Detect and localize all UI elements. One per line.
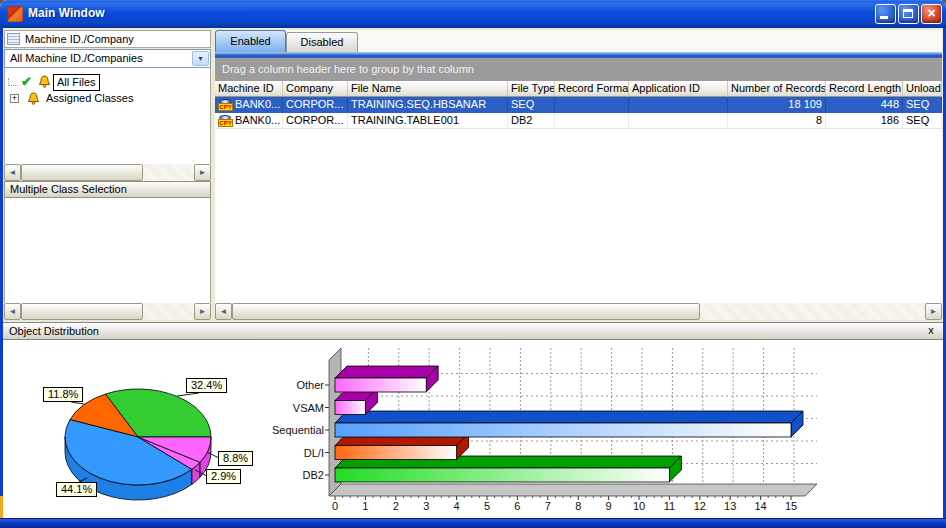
axis-tick-label: 9: [606, 500, 612, 512]
main-window: Main Window × Machine ID./Company All Ma…: [0, 0, 946, 528]
object-distribution-title: Object Distribution: [9, 323, 99, 339]
arrow-right-icon: ►: [930, 307, 938, 316]
minimize-button[interactable]: [875, 4, 896, 24]
bar-top-sequential: [335, 411, 803, 423]
maximize-button[interactable]: [898, 4, 919, 24]
column-header-unload-i[interactable]: Unload I: [903, 81, 942, 97]
chart-floor: [329, 484, 817, 496]
window-border-accent: [0, 496, 3, 518]
cell-file-name: TRAINING.TABLE001: [348, 113, 508, 129]
check-icon: ✔: [21, 74, 32, 89]
dropdown-button[interactable]: ▼: [192, 51, 209, 66]
bell-icon: [27, 92, 40, 106]
scroll-left-button[interactable]: ◄: [215, 303, 232, 320]
column-header-file-type[interactable]: File Type: [508, 81, 555, 97]
column-header-company[interactable]: Company: [283, 81, 348, 97]
chevron-down-icon: ▼: [197, 55, 204, 62]
tab-disabled[interactable]: Disabled: [286, 32, 358, 52]
cell-record-format: [555, 97, 629, 113]
bar-vsam: [335, 401, 365, 415]
group-by-hint[interactable]: Drag a column header here to group by th…: [215, 58, 942, 81]
cell-application-id: [629, 113, 728, 129]
axis-tick-label: 10: [633, 500, 645, 512]
files-grid-panel: Enabled Disabled Drag a column header he…: [215, 30, 942, 320]
axis-tick-label: 0: [332, 500, 338, 512]
table-row[interactable]: CPYBANK0...CORPOR...TRAINING.TABLE001DB2…: [215, 113, 942, 129]
scroll-right-button[interactable]: ►: [194, 303, 211, 320]
scroll-left-button[interactable]: ◄: [4, 164, 21, 181]
pie-callout-line: [177, 393, 199, 396]
scroll-thumb[interactable]: [232, 303, 700, 320]
copybook-file-icon: CPY: [218, 115, 233, 127]
bar-sequential: [335, 423, 791, 437]
class-selection-list[interactable]: [4, 198, 211, 303]
cell-record-format: [555, 113, 629, 129]
class-list-horizontal-scrollbar[interactable]: ◄ ►: [4, 303, 211, 320]
tree-item-label[interactable]: All Files: [53, 74, 100, 91]
tree-item-label[interactable]: Assigned Classes: [43, 91, 136, 106]
panel-close-button[interactable]: x: [923, 323, 939, 339]
column-header-record-length[interactable]: Record Length: [826, 81, 903, 97]
tab-enabled[interactable]: Enabled: [215, 30, 286, 52]
copybook-file-icon: CPY: [218, 99, 233, 111]
category-label-dl-i: DL/I: [304, 447, 324, 459]
axis-tick-label: 2: [393, 500, 399, 512]
axis-tick-label: 1: [362, 500, 368, 512]
category-label-db2: DB2: [303, 469, 324, 481]
axis-tick-label: 11: [664, 500, 675, 512]
minimize-icon: [880, 16, 888, 19]
column-header-number-of-records[interactable]: Number of Records: [728, 81, 826, 97]
cell-record-length: 448: [826, 97, 903, 113]
pie-label-dli: 11.8%: [43, 387, 83, 402]
close-button[interactable]: ×: [921, 4, 942, 24]
tree-horizontal-scrollbar[interactable]: ◄ ►: [4, 164, 211, 181]
scroll-thumb[interactable]: [21, 303, 143, 320]
tab-bar: Enabled Disabled: [215, 30, 942, 52]
arrow-right-icon: ►: [199, 168, 207, 177]
grid-rows: CPYBANK0...CORPOR...TRAINING.SEQ.HBSANAR…: [215, 97, 942, 129]
table-row[interactable]: CPYBANK0...CORPOR...TRAINING.SEQ.HBSANAR…: [215, 97, 942, 113]
column-header-record-format[interactable]: Record Format: [555, 81, 629, 97]
grid-horizontal-scrollbar[interactable]: ◄ ►: [215, 303, 942, 320]
machine-panel-header[interactable]: Machine ID./Company: [4, 30, 211, 48]
axis-tick-label: 14: [754, 500, 766, 512]
file-tree: ✔ All Files + Assigned Classes: [4, 68, 211, 164]
bar-db2: [335, 468, 669, 482]
machine-panel: Machine ID./Company All Machine ID./Comp…: [4, 30, 211, 320]
arrow-right-icon: ►: [199, 307, 207, 316]
column-header-machine-id[interactable]: Machine ID: [215, 81, 283, 97]
charts-canvas: DB2DL/ISequentialVSAMOther01234567891011…: [3, 340, 943, 518]
category-label-vsam: VSAM: [293, 402, 324, 414]
arrow-left-icon: ◄: [9, 168, 17, 177]
scroll-right-button[interactable]: ►: [925, 303, 942, 320]
scroll-left-button[interactable]: ◄: [4, 303, 21, 320]
tree-item-all-files[interactable]: ✔ All Files: [5, 74, 210, 91]
pie-callout-line: [71, 402, 84, 404]
expand-icon[interactable]: +: [10, 94, 19, 103]
cell-machine-id: CPYBANK0...: [215, 113, 283, 129]
category-label-sequential: Sequential: [272, 424, 324, 436]
bar-other: [335, 378, 426, 392]
tree-item-assigned-classes[interactable]: + Assigned Classes: [5, 91, 210, 108]
cell-company: CORPOR...: [283, 97, 348, 113]
app-icon: [7, 6, 23, 22]
bell-icon: [38, 75, 51, 89]
scroll-right-button[interactable]: ►: [194, 164, 211, 181]
machine-filter-dropdown[interactable]: All Machine ID./Companies ▼: [4, 49, 211, 68]
column-header-application-id[interactable]: Application ID: [629, 81, 728, 97]
titlebar[interactable]: Main Window ×: [0, 0, 946, 28]
cell-file-type: SEQ: [508, 97, 555, 113]
pie-label-sequential: 44.1%: [56, 482, 97, 497]
axis-tick-label: 15: [785, 500, 797, 512]
axis-tick-label: 4: [454, 500, 460, 512]
window-border-left: [0, 28, 3, 518]
axis-tick-label: 12: [694, 500, 706, 512]
cell-company: CORPOR...: [283, 113, 348, 129]
scroll-thumb[interactable]: [21, 164, 143, 181]
window-border-bottom[interactable]: [0, 518, 946, 528]
cell-unload-i: SEQ: [903, 113, 942, 129]
multiple-class-selection-header[interactable]: Multiple Class Selection: [4, 181, 211, 198]
column-header-file-name[interactable]: File Name: [348, 81, 508, 97]
grid-header-row: Machine IDCompanyFile NameFile TypeRecor…: [215, 81, 942, 97]
cell-record-length: 186: [826, 113, 903, 129]
